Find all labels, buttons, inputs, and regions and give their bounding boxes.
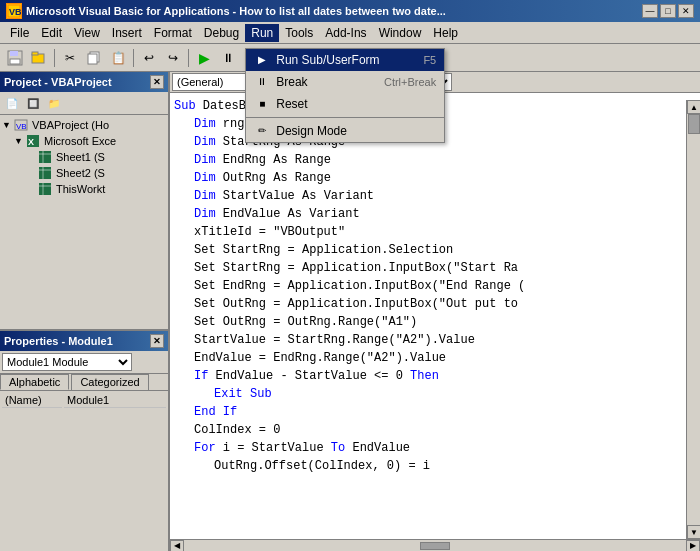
code-line-6: Dim StartValue As Variant [174,187,696,205]
property-name-label: (Name) [2,393,62,408]
sheet1-label: Sheet1 (S [56,151,105,163]
cut-button[interactable]: ✂ [59,47,81,69]
menu-edit[interactable]: Edit [35,24,68,42]
paste-button[interactable]: 📋 [107,47,129,69]
reset-icon: ■ [254,96,270,112]
run-sub-userform-item[interactable]: ▶ Run Sub/UserForm F5 [246,49,444,71]
svg-text:VB: VB [16,122,27,131]
window-title: Microsoft Visual Basic for Applications … [26,5,446,17]
toolbar-separator-2 [133,49,134,67]
project-close-button[interactable]: ✕ [150,75,164,89]
h-scroll-thumb[interactable] [420,542,450,550]
menu-window[interactable]: Window [373,24,428,42]
property-row-name: (Name) Module1 [2,393,166,408]
svg-rect-4 [10,59,20,64]
vbaproject-label: VBAProject (Ho [32,119,109,131]
project-view-object-button[interactable]: 🔲 [23,94,43,112]
design-mode-label: Design Mode [276,124,430,138]
properties-close-button[interactable]: ✕ [150,334,164,348]
minimize-button[interactable]: — [642,4,658,18]
tree-item-sheet1[interactable]: Sheet1 (S [2,149,166,165]
break-icon: ⏸ [254,74,270,90]
left-panel: Project - VBAProject ✕ 📄 🔲 📁 ▼ VB VBAPro… [0,72,170,551]
project-toggle-folders-button[interactable]: 📁 [44,94,64,112]
scroll-down-button[interactable]: ▼ [687,525,700,539]
main-layout: Project - VBAProject ✕ 📄 🔲 📁 ▼ VB VBAPro… [0,72,700,551]
menu-separator [246,117,444,118]
svg-rect-16 [39,167,51,179]
menu-run[interactable]: Run [245,24,279,42]
properties-object-select[interactable]: Module1 Module [2,353,132,371]
code-line-19: ColIndex = 0 [174,421,696,439]
break-label: Break [276,75,378,89]
menu-help[interactable]: Help [427,24,464,42]
scroll-right-button[interactable]: ▶ [686,540,700,552]
code-line-20: For i = StartValue To EndValue [174,439,696,457]
undo-button[interactable]: ↩ [138,47,160,69]
pause-button[interactable]: ⏸ [217,47,239,69]
excel-label: Microsoft Exce [44,135,116,147]
menu-addins[interactable]: Add-Ins [319,24,372,42]
design-mode-item[interactable]: ✏ Design Mode [246,120,444,142]
svg-rect-19 [39,183,51,195]
svg-rect-8 [88,54,97,64]
scroll-left-button[interactable]: ◀ [170,540,184,552]
break-item[interactable]: ⏸ Break Ctrl+Break [246,71,444,93]
maximize-button[interactable]: □ [660,4,676,18]
horizontal-scrollbar[interactable]: ◀ ▶ [170,539,700,551]
code-line-13: Set OutRng = OutRng.Range("A1") [174,313,696,331]
run-button[interactable]: ▶ [193,47,215,69]
code-line-17: Exit Sub [174,385,696,403]
code-editor[interactable]: Sub DatesBe Dim rng Dim StartRng As Rang… [170,93,700,539]
tree-item-thisworkbook[interactable]: ThisWorkt [2,181,166,197]
menu-view[interactable]: View [68,24,106,42]
toolbar-separator-1 [54,49,55,67]
design-mode-icon: ✏ [254,123,270,139]
run-sub-label: Run Sub/UserForm [276,53,417,67]
scroll-thumb[interactable] [688,114,700,134]
project-tree: ▼ VB VBAProject (Ho ▼ X Microsoft Exce [0,115,168,199]
open-button[interactable] [28,47,50,69]
vertical-scrollbar[interactable]: ▲ ▼ [686,100,700,539]
menu-debug[interactable]: Debug [198,24,245,42]
scroll-up-button[interactable]: ▲ [687,100,700,114]
code-line-11: Set EndRng = Application.InputBox("End R… [174,277,696,295]
code-line-10: Set StartRng = Application.InputBox("Sta… [174,259,696,277]
project-view-code-button[interactable]: 📄 [2,94,22,112]
property-name-value[interactable]: Module1 [64,393,166,408]
run-play-icon: ▶ [254,52,270,68]
code-line-16: If EndValue - StartValue <= 0 Then [174,367,696,385]
code-line-15: EndValue = EndRng.Range("A2").Value [174,349,696,367]
code-line-8: xTitleId = "VBOutput" [174,223,696,241]
svg-rect-6 [32,52,38,55]
break-shortcut: Ctrl+Break [384,76,436,88]
svg-rect-13 [39,151,51,163]
save-button[interactable] [4,47,26,69]
menu-file[interactable]: File [4,24,35,42]
copy-button[interactable] [83,47,105,69]
title-bar: VB Microsoft Visual Basic for Applicatio… [0,0,700,22]
tree-item-vbaproject[interactable]: ▼ VB VBAProject (Ho [2,117,166,133]
sheet2-label: Sheet2 (S [56,167,105,179]
menu-insert[interactable]: Insert [106,24,148,42]
run-dropdown-menu: ▶ Run Sub/UserForm F5 ⏸ Break Ctrl+Break… [245,48,445,143]
redo-button[interactable]: ↪ [162,47,184,69]
tab-alphabetic[interactable]: Alphabetic [0,374,69,390]
properties-toolbar: Module1 Module [0,351,168,374]
reset-label: Reset [276,97,430,111]
thisworkbook-label: ThisWorkt [56,183,105,195]
properties-title: Properties - Module1 [4,335,113,347]
code-line-12: Set OutRng = Application.InputBox("Out p… [174,295,696,313]
svg-text:VB: VB [9,7,21,17]
menu-tools[interactable]: Tools [279,24,319,42]
close-button[interactable]: ✕ [678,4,694,18]
tab-categorized[interactable]: Categorized [71,374,148,390]
properties-tabs: Alphabetic Categorized [0,374,168,391]
project-toolbar: 📄 🔲 📁 [0,92,168,115]
run-sub-shortcut: F5 [423,54,436,66]
reset-item[interactable]: ■ Reset [246,93,444,115]
tree-item-sheet2[interactable]: Sheet2 (S [2,165,166,181]
tree-item-excel[interactable]: ▼ X Microsoft Exce [2,133,166,149]
toolbar-separator-3 [188,49,189,67]
menu-format[interactable]: Format [148,24,198,42]
